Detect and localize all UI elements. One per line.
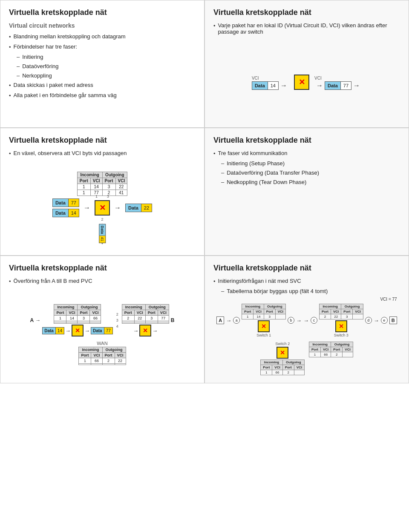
port-num-3: 3 [116, 318, 118, 322]
table-row: 1 77 2 41 [77, 190, 127, 196]
panel4-sub3: Nedkoppling (Tear Down Phase) [221, 179, 400, 185]
center-switch-x: ✕ [99, 203, 106, 213]
panel3-bullet: En växel, observera att VCI byts vid pas… [9, 150, 196, 157]
switch1-label: Switch 1 [256, 333, 271, 337]
table-row: 1 14 3 [242, 314, 286, 319]
panel5-diagram: A → Incoming Outgoing Port [9, 292, 196, 377]
left-packet2-data: Data [52, 209, 69, 217]
pvc-table1: Incoming Outgoing Port VCI Port VCI [54, 304, 101, 324]
panel-3: Virtuella kretskopplade nät En växel, ob… [0, 128, 204, 256]
pvc-arrow3: → [133, 328, 138, 334]
left-packet2-num: 14 [69, 209, 79, 217]
sub-bullet-1: Initiering [17, 54, 196, 60]
svc-switch1: ✕ [258, 320, 270, 332]
port-num-4: 4 [116, 324, 118, 328]
left-num-cell: 14 [268, 81, 279, 90]
pvc-num77: 77 [104, 327, 113, 334]
port-label-2: 2 [101, 217, 103, 221]
circle-e: e [381, 317, 388, 324]
center-arrow-right: → [114, 204, 121, 212]
switch3-label: Switch 3 [334, 333, 349, 337]
port-label-1: 1 [95, 194, 98, 198]
panel4-sub1: Initiering (Setup Phase) [221, 160, 400, 167]
panel3-diagram: Incoming Outgoing Port VCI Port VCI [9, 164, 196, 249]
table-row: 1 14 3 22 [77, 184, 127, 190]
panel2-bullet: Varje paket har en lokal ID (Virtual Cir… [213, 22, 400, 35]
left-packet1-num: 77 [69, 198, 79, 207]
bullet-4: Alla paket i en förbindelse går samma vä… [9, 92, 196, 99]
panel2-title: Virtuella kretskopplade nät [213, 8, 400, 17]
table-row [122, 322, 169, 324]
right-num-cell: 77 [341, 81, 351, 90]
right-arrow: → [353, 82, 360, 89]
right-data-cell: Data [325, 81, 341, 90]
svc-switch3: ✕ [335, 320, 347, 332]
panel4-title: Virtuella kretskopplade nät [213, 136, 400, 145]
pvc-table3: Incoming Outgoing Port VCI Port VCI [78, 347, 126, 365]
panel5-bullet: Överföring från A till B med PVC [9, 278, 196, 285]
circle-a: a [233, 317, 240, 324]
panel3-table: Incoming Outgoing Port VCI Port VCI [77, 172, 127, 196]
sub-bullet-2: Dataöverföring [17, 63, 196, 69]
node-b: B [171, 317, 175, 323]
table-row: 1 66 2 [261, 370, 305, 375]
svc-table3: Incoming Outgoing Port VCI Port VCI [319, 304, 363, 319]
table-row: 1 66 2 22 [79, 358, 126, 364]
svc-table1: Incoming Outgoing Port VCI Port VCI [242, 304, 286, 319]
pvc-switch1-x: ✕ [75, 327, 80, 334]
switch-box: ✕ [294, 75, 309, 90]
center-switch: ✕ [95, 200, 110, 216]
svc-arrow-3: → [303, 317, 309, 324]
pvc-data77: Data [91, 327, 104, 334]
table-row [79, 364, 126, 365]
bullet-1: Blandning mellan kretskoppling och datag… [9, 33, 196, 40]
panel-6: Virtuella kretskopplade nät Initieringsf… [204, 256, 409, 383]
svc-table2: Incoming Outgoing Port VCI Port VCI [260, 359, 305, 375]
panel4-sub2: Dataöverföring (Data Transfer Phase) [221, 170, 400, 176]
table-row: 1 14 3 66 [54, 316, 101, 321]
circle-c: c [311, 317, 317, 324]
pvc-arrow1: → [65, 328, 71, 334]
switch-x: ✕ [299, 78, 305, 87]
svc-table4: Incoming Outgoing Port VCI Port VCI [309, 342, 353, 357]
table-row: 2 22 3 77 [122, 316, 169, 321]
panel5-title: Virtuella kretskopplade nät [9, 264, 196, 273]
svc-node-b: B [389, 316, 397, 324]
svc-arrow-4: → [374, 317, 379, 324]
right-packet-data: Data [125, 204, 141, 212]
svc-node-a: A [216, 316, 224, 324]
port-label-3: 3 [107, 194, 109, 198]
pvc-switch2-x: ✕ [143, 327, 148, 334]
right-packet-num: 22 [141, 204, 152, 212]
sub-bullet-3: Nerkoppling [17, 72, 196, 79]
bullet-3: Data skickas i paket med adress [9, 82, 196, 89]
table-row: 1 66 2 [309, 352, 353, 357]
panel6-sub: Tabellerna börjar byggas upp (fält 4 tom… [221, 288, 400, 294]
pvc-num14: 14 [56, 327, 64, 334]
panel6-bullet: Initieringsförfrågan i nät med SVC [213, 278, 400, 285]
panel-4: Virtuella kretskopplade nät Tre faser vi… [204, 128, 409, 256]
right-arrow-pre: → [316, 82, 323, 89]
panel1-subtitle: Virtual circuit networks [9, 22, 196, 29]
panel6-diagram: A → a Incoming Outgoing [213, 302, 400, 377]
port-num-2: 2 [116, 312, 118, 316]
bottom-packet-num: 41 [99, 236, 106, 243]
panel6-title: Virtuella kretskopplade nät [213, 264, 400, 273]
main-page: Virtuella kretskopplade nät Virtual circ… [0, 0, 409, 383]
pvc-arrow2: → [84, 328, 90, 334]
circle-b: b [288, 317, 294, 324]
panel-5: Virtuella kretskopplade nät Överföring f… [0, 256, 204, 383]
svc-switch2: ✕ [277, 347, 288, 359]
svc-arrow-1: → [226, 317, 231, 324]
left-packet1-data: Data [52, 198, 69, 207]
pvc-data14: Data [42, 327, 56, 334]
panel2-diagram: VCI Data 14 → ✕ VCI [213, 43, 400, 121]
switch2-label: Switch 2 [275, 342, 290, 346]
vci-left-label: VCI [252, 76, 259, 81]
left-arrow: → [280, 82, 287, 89]
pvc-switch1: ✕ [72, 325, 84, 336]
panel-2: Virtuella kretskopplade nät Varje paket … [204, 0, 409, 128]
arrow-a: → [35, 317, 40, 323]
panel4-bullet: Tre faser vid kommunikation [213, 150, 400, 157]
left-data-cell: Data [252, 81, 268, 90]
